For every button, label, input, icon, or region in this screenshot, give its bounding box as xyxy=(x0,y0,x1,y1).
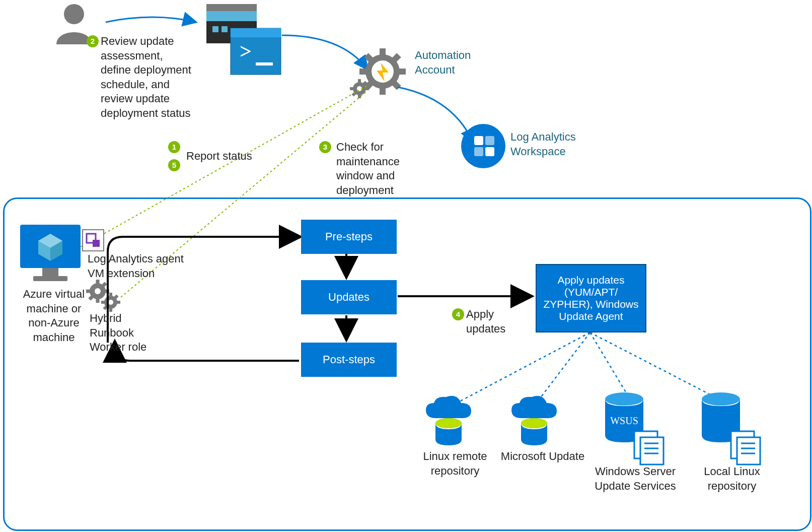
portal-icon: > xyxy=(201,4,282,80)
local-linux-label: Local Linux repository xyxy=(692,464,772,493)
apply-updates-box: Apply updates (YUM/APT/ ZYPHER), Windows… xyxy=(536,264,646,332)
diagram-canvas: > xyxy=(0,0,812,532)
svg-rect-2 xyxy=(206,4,257,11)
svg-rect-14 xyxy=(399,69,406,75)
linux-remote-repo-icon xyxy=(421,394,476,449)
updates-label: Updates xyxy=(328,291,370,304)
svg-rect-5 xyxy=(222,26,228,32)
svg-rect-29 xyxy=(474,136,483,145)
svg-rect-3 xyxy=(206,11,257,21)
arrow-user-portal xyxy=(106,15,201,30)
automation-account-label: Automation Account xyxy=(415,48,485,77)
ms-update-label: Microsoft Update xyxy=(492,449,593,464)
badge-4: 4 xyxy=(452,308,464,320)
badge-3: 3 xyxy=(319,141,331,153)
svg-rect-21 xyxy=(358,79,361,83)
apply-updates-box-text: Apply updates (YUM/APT/ ZYPHER), Windows… xyxy=(540,274,642,322)
svg-line-66 xyxy=(590,332,717,398)
post-steps-label: Post-steps xyxy=(323,353,375,366)
linux-remote-label: Linux remote repository xyxy=(415,449,495,478)
svg-rect-37 xyxy=(33,276,67,281)
svg-point-77 xyxy=(702,392,740,406)
step15-text: Report status xyxy=(186,149,272,164)
svg-rect-4 xyxy=(212,26,218,32)
svg-text:>: > xyxy=(240,40,252,63)
step3-text: Check for maintenance window and deploym… xyxy=(336,140,422,197)
wsus-icon: WSUS xyxy=(597,391,668,462)
la-agent-ext-label: Log Analytics agent VM extension xyxy=(88,252,198,281)
wsus-cylinder-label: WSUS xyxy=(610,415,638,426)
svg-point-70 xyxy=(521,418,547,428)
svg-rect-30 xyxy=(485,136,494,145)
svg-rect-32 xyxy=(485,147,494,156)
hybrid-worker-label: Hybrid Runbook Worker role xyxy=(90,311,160,355)
svg-rect-73 xyxy=(640,437,663,464)
local-linux-repo-icon xyxy=(694,391,764,462)
updates-box: Updates xyxy=(301,280,397,314)
svg-rect-7 xyxy=(231,28,281,37)
svg-line-65 xyxy=(590,332,629,398)
svg-point-68 xyxy=(435,418,462,428)
pre-steps-label: Pre-steps xyxy=(325,230,373,243)
svg-rect-9 xyxy=(256,62,273,65)
badge-1: 1 xyxy=(168,141,180,153)
apply-updates-label: Apply updates xyxy=(466,307,522,336)
log-analytics-ws-label: Log Analytics Workspace xyxy=(510,130,591,159)
badge-5: 5 xyxy=(168,159,180,171)
svg-rect-31 xyxy=(474,147,483,156)
pre-steps-box: Pre-steps xyxy=(301,220,397,254)
azure-vm-icon xyxy=(20,225,81,286)
svg-point-28 xyxy=(461,124,505,168)
wsus-label: Windows Server Update Services xyxy=(585,464,686,493)
svg-point-0 xyxy=(64,4,84,24)
svg-rect-79 xyxy=(737,437,760,464)
svg-rect-13 xyxy=(359,69,366,75)
badge-2: 2 xyxy=(87,35,99,47)
svg-point-71 xyxy=(605,392,643,406)
svg-rect-11 xyxy=(380,48,386,55)
step2-text: Review update assessment, define deploym… xyxy=(101,34,191,121)
log-analytics-workspace-icon xyxy=(460,123,506,169)
microsoft-update-icon xyxy=(506,394,562,449)
svg-rect-36 xyxy=(42,268,58,276)
post-steps-box: Post-steps xyxy=(301,343,397,377)
azure-vm-label: Azure virtual machine or non-Azure machi… xyxy=(16,287,92,345)
